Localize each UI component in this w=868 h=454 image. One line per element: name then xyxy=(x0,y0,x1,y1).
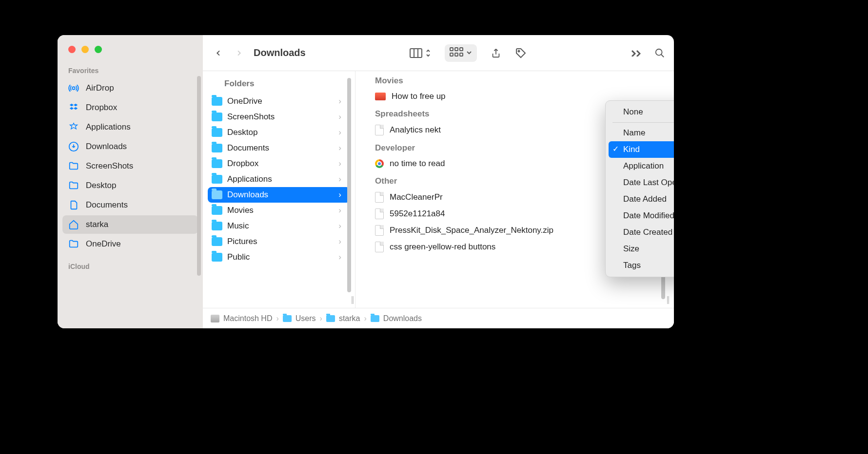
menu-item-date-modified[interactable]: Date Modified xyxy=(609,208,674,224)
folder-icon xyxy=(68,239,79,249)
folder-row[interactable]: Applications› xyxy=(203,171,355,187)
share-button[interactable] xyxy=(491,47,501,59)
window-title: Downloads xyxy=(254,47,306,58)
sidebar-item-label: starka xyxy=(86,220,108,229)
search-button[interactable] xyxy=(654,48,665,58)
folder-row[interactable]: Desktop› xyxy=(203,125,355,140)
group-by-button[interactable] xyxy=(445,44,477,62)
minimize-button[interactable] xyxy=(81,46,89,53)
spreadsheet-icon xyxy=(375,125,384,135)
back-button[interactable] xyxy=(215,48,222,58)
chrome-icon xyxy=(375,159,384,168)
home-icon xyxy=(68,219,79,230)
path-label: Users xyxy=(296,314,316,323)
folder-row[interactable]: OneDrive› xyxy=(203,94,355,109)
path-label: Downloads xyxy=(383,314,422,323)
folder-label: Applications xyxy=(227,174,272,184)
folder-row[interactable]: Pictures› xyxy=(203,234,355,249)
menu-item-size[interactable]: Size xyxy=(609,241,674,257)
main-area: Downloads xyxy=(203,35,674,328)
chevron-right-icon: › xyxy=(338,206,341,215)
folder-icon xyxy=(212,175,222,184)
sidebar-item-label: Dropbox xyxy=(86,103,117,113)
folder-row[interactable]: Movies› xyxy=(203,203,355,218)
movie-icon xyxy=(375,93,386,100)
folder-icon xyxy=(212,113,222,121)
zoom-button[interactable] xyxy=(95,46,102,53)
file-icon xyxy=(375,192,384,203)
menu-item-date-last-opened[interactable]: Date Last Opened xyxy=(609,174,674,191)
sidebar-item-home[interactable]: starka xyxy=(62,215,198,234)
tags-button[interactable] xyxy=(515,47,527,59)
downloads-icon xyxy=(68,141,79,152)
view-columns-button[interactable] xyxy=(410,48,431,58)
sidebar-item-label: Applications xyxy=(86,122,131,132)
file-label: Analytics nekt xyxy=(390,125,441,135)
more-button[interactable] xyxy=(631,50,641,57)
folder-row[interactable]: Dropbox› xyxy=(203,156,355,171)
chevron-right-icon: › xyxy=(338,221,341,231)
sidebar-item-applications[interactable]: Applications xyxy=(62,118,198,136)
column-resize-handle[interactable]: ‖ xyxy=(666,295,671,304)
path-separator: › xyxy=(364,314,367,323)
chevron-right-icon: › xyxy=(338,190,341,200)
folder-row[interactable]: ScreenShots› xyxy=(203,109,355,125)
sidebar-item-onedrive[interactable]: OneDrive xyxy=(62,235,198,253)
menu-item-date-created[interactable]: Date Created xyxy=(609,224,674,241)
menu-item-name[interactable]: Name xyxy=(609,125,674,141)
sidebar-item-dropbox[interactable]: Dropbox xyxy=(62,98,198,117)
folder-icon xyxy=(212,97,222,106)
chevron-right-icon: › xyxy=(338,96,341,106)
sidebar-item-label: OneDrive xyxy=(86,239,121,249)
folder-row[interactable]: Music› xyxy=(203,218,355,234)
group-header: Movies xyxy=(355,71,674,89)
menu-item-tags[interactable]: Tags xyxy=(609,257,674,274)
column-resize-handle[interactable]: ‖ xyxy=(351,295,355,304)
folder-icon xyxy=(212,128,222,137)
file-icon xyxy=(375,208,384,219)
forward-button[interactable] xyxy=(235,48,243,58)
sidebar-item-airdrop[interactable]: AirDrop xyxy=(62,79,198,97)
folder-icon xyxy=(68,161,79,171)
svg-point-0 xyxy=(72,87,75,90)
file-icon xyxy=(375,242,384,252)
finder-window: Favorites AirDrop Dropbox Applications D… xyxy=(58,35,674,328)
chevron-down-icon xyxy=(466,49,472,57)
path-label: Macintosh HD xyxy=(223,314,272,323)
sidebar-scrollbar[interactable] xyxy=(197,76,201,276)
menu-item-kind[interactable]: Kind xyxy=(609,141,674,158)
folder-row[interactable]: Public› xyxy=(203,249,355,265)
folder-icon xyxy=(371,315,379,322)
menu-item-date-added[interactable]: Date Added xyxy=(609,191,674,208)
close-button[interactable] xyxy=(68,46,76,53)
column-scrollbar[interactable] xyxy=(347,78,351,292)
sidebar-item-documents[interactable]: Documents xyxy=(62,196,198,214)
sidebar-section-icloud: iCloud xyxy=(58,261,203,274)
chevron-right-icon: › xyxy=(338,252,341,262)
svg-point-11 xyxy=(518,50,520,52)
sidebar-item-downloads[interactable]: Downloads xyxy=(62,137,198,156)
file-label: no time to read xyxy=(390,159,445,169)
path-item[interactable]: Users xyxy=(283,314,316,323)
folder-label: OneDrive xyxy=(227,96,262,106)
path-item[interactable]: Macintosh HD xyxy=(211,314,272,323)
folder-row-selected[interactable]: Downloads› xyxy=(208,187,350,203)
sidebar-item-desktop[interactable]: Desktop xyxy=(62,176,198,195)
chevron-right-icon: › xyxy=(338,112,341,122)
folder-label: Pictures xyxy=(227,237,257,246)
chevron-right-icon: › xyxy=(338,174,341,184)
menu-item-application[interactable]: Application xyxy=(609,158,674,174)
disk-icon xyxy=(211,315,219,322)
path-item[interactable]: Downloads xyxy=(371,314,422,323)
path-item[interactable]: starka xyxy=(326,314,360,323)
menu-separator xyxy=(612,122,674,123)
dropbox-icon xyxy=(68,102,79,113)
svg-rect-6 xyxy=(455,48,458,51)
folder-row[interactable]: Documents› xyxy=(203,140,355,156)
svg-rect-5 xyxy=(450,48,453,51)
sidebar-item-screenshots[interactable]: ScreenShots xyxy=(62,157,198,175)
svg-rect-9 xyxy=(455,53,458,56)
document-icon xyxy=(68,200,79,210)
file-label: How to free up xyxy=(392,92,446,101)
menu-item-none[interactable]: None xyxy=(609,104,674,120)
